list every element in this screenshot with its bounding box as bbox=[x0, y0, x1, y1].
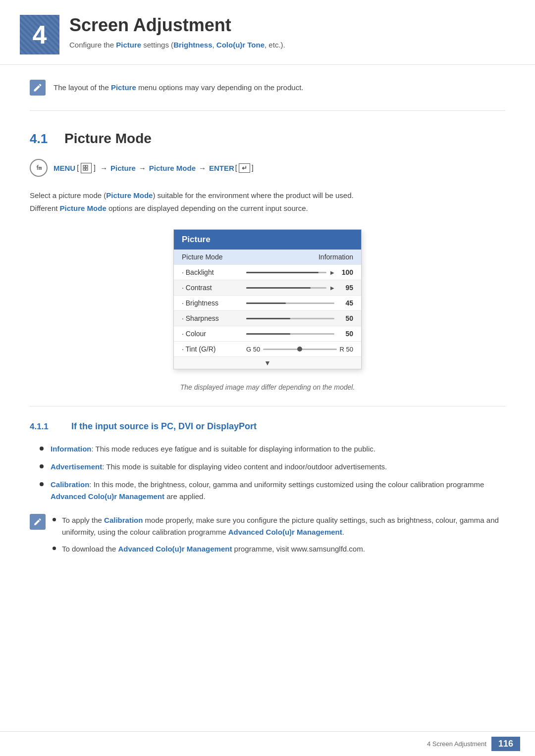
highlight-calibration: Calibration bbox=[51, 480, 89, 489]
picture-mode-highlight-2: Picture Mode bbox=[60, 204, 107, 212]
menu-row-contrast: · Contrast ▶ 95 bbox=[174, 280, 361, 296]
note-bullet-item-1: To apply the Calibration mode properly, … bbox=[53, 512, 505, 541]
svg-rect-2 bbox=[83, 168, 85, 170]
arrow-2: → bbox=[139, 164, 146, 172]
picture-mode-highlight-1: Picture Mode bbox=[106, 191, 153, 200]
backlight-value: 100 bbox=[338, 268, 353, 276]
chapter-title: Screen Adjustment bbox=[69, 15, 285, 36]
svg-rect-0 bbox=[83, 165, 85, 167]
bullet-dot-3 bbox=[40, 482, 44, 486]
divider-2 bbox=[30, 406, 505, 406]
section-4-1-number: 4.1 bbox=[30, 131, 54, 147]
pm-label: ㎙ bbox=[36, 163, 42, 172]
path-enter: ENTER bbox=[209, 164, 234, 172]
subsection-title: If the input source is PC, DVI or Displa… bbox=[71, 421, 257, 432]
note-bullet-item-2: To download the Advanced Colo(u)r Manage… bbox=[53, 541, 505, 557]
backlight-bar: ▶ 100 bbox=[246, 268, 353, 276]
note-bullet-text-1: To apply the Calibration mode properly, … bbox=[62, 514, 505, 538]
menu-row-sharpness: · Sharpness 50 bbox=[174, 311, 361, 326]
menu-header: Picture bbox=[174, 230, 361, 250]
enter-icon: ↵ bbox=[239, 163, 250, 173]
menu-row-brightness: · Brightness 45 bbox=[174, 296, 361, 311]
note-text: The layout of the Picture menu options m… bbox=[54, 80, 303, 94]
contrast-value: 95 bbox=[338, 284, 353, 292]
backlight-arrow: ▶ bbox=[330, 270, 334, 275]
subtitle-colour-tone: Colo(u)r Tone bbox=[216, 41, 265, 49]
note-pencil-icon bbox=[33, 517, 42, 526]
sharpness-value: 50 bbox=[338, 314, 353, 322]
grid-icon bbox=[81, 163, 92, 173]
bullet-dot-2 bbox=[40, 464, 44, 468]
chapter-subtitle: Configure the Picture settings (Brightne… bbox=[69, 40, 285, 51]
subtitle-sep: , bbox=[212, 41, 216, 49]
menu-label-backlight: · Backlight bbox=[182, 268, 246, 276]
colour-bar: 50 bbox=[246, 330, 353, 338]
contrast-arrow: ▶ bbox=[330, 285, 334, 291]
path-picture-mode: Picture Mode bbox=[149, 164, 196, 172]
svg-rect-3 bbox=[86, 168, 88, 170]
note-calibration-highlight: Calibration bbox=[104, 516, 143, 524]
note-bullet-icon bbox=[30, 514, 46, 530]
tint-r-label: R 50 bbox=[340, 346, 353, 353]
colour-value: 50 bbox=[338, 330, 353, 338]
svg-rect-1 bbox=[86, 165, 88, 167]
sharpness-slider bbox=[246, 318, 334, 319]
page-footer: 4 Screen Adjustment 116 bbox=[0, 731, 535, 756]
note-box: The layout of the Picture menu options m… bbox=[0, 70, 535, 105]
note-advanced-highlight: Advanced Colo(u)r Management bbox=[228, 528, 342, 536]
menu-label-brightness: · Brightness bbox=[182, 299, 246, 307]
chapter-number: 4 bbox=[20, 15, 59, 54]
bullet-dot-1 bbox=[40, 447, 44, 451]
menu-pm-icon: ㎙ bbox=[30, 159, 48, 177]
menu-label-picture-mode: Picture Mode bbox=[182, 253, 246, 261]
footer-chapter-text: 4 Screen Adjustment bbox=[427, 740, 486, 748]
menu-row-backlight: · Backlight ▶ 100 bbox=[174, 265, 361, 280]
picture-menu: Picture Picture Mode Information · Backl… bbox=[173, 229, 362, 369]
brightness-bar: 45 bbox=[246, 299, 353, 307]
menu-value-picture-mode: Information bbox=[319, 253, 353, 261]
subtitle-plain: Configure the bbox=[69, 41, 116, 49]
pencil-icon bbox=[33, 83, 43, 93]
menu-path: ㎙ MENU [ ] → Picture → Picture Mode → EN… bbox=[0, 151, 535, 184]
contrast-fill bbox=[246, 287, 311, 289]
brightness-value: 45 bbox=[338, 299, 353, 307]
backlight-slider bbox=[246, 272, 326, 273]
bullet-item-advertisement: Advertisement: This mode is suitable for… bbox=[40, 458, 505, 476]
section-4-1-heading: 4.1 Picture Mode bbox=[0, 116, 535, 151]
sharpness-bar: 50 bbox=[246, 314, 353, 322]
note-icon bbox=[30, 80, 46, 96]
path-picture: Picture bbox=[110, 164, 136, 172]
menu-row-tint: · Tint (G/R) G 50 R 50 bbox=[174, 342, 361, 357]
menu-label-colour: · Colour bbox=[182, 330, 246, 338]
highlight-advanced: Advanced Colo(u)r Management bbox=[51, 492, 164, 501]
grid-svg bbox=[83, 165, 90, 171]
footer-page-number: 116 bbox=[491, 737, 520, 751]
subsection-number: 4.1.1 bbox=[30, 422, 64, 432]
subtitle-picture: Picture bbox=[116, 41, 141, 49]
note-bullet-text-2: To download the Advanced Colo(u)r Manage… bbox=[62, 543, 365, 555]
note-bullet-dot-1 bbox=[53, 518, 56, 521]
tint-slider bbox=[263, 349, 336, 350]
bullet-list: Information: This mode reduces eye fatig… bbox=[0, 438, 535, 508]
note-bullet-list: To apply the Calibration mode properly, … bbox=[53, 512, 505, 557]
bullet-item-information: Information: This mode reduces eye fatig… bbox=[40, 440, 505, 458]
divider-1 bbox=[30, 110, 505, 111]
section-4-1-1-heading: 4.1.1 If the input source is PC, DVI or … bbox=[0, 411, 535, 438]
menu-label-contrast: · Contrast bbox=[182, 284, 246, 292]
tint-marker bbox=[297, 347, 302, 352]
note-bullet-dot-2 bbox=[53, 547, 56, 550]
brightness-slider bbox=[246, 302, 334, 304]
note-picture-highlight: Picture bbox=[111, 83, 136, 92]
highlight-information: Information bbox=[51, 445, 92, 453]
highlight-advertisement: Advertisement bbox=[51, 462, 102, 471]
subtitle-middle: settings ( bbox=[141, 41, 173, 49]
brightness-fill bbox=[246, 302, 286, 304]
contrast-bar: ▶ 95 bbox=[246, 284, 353, 292]
menu-row-colour: · Colour 50 bbox=[174, 326, 361, 342]
sharpness-fill bbox=[246, 318, 290, 319]
path-menu: MENU bbox=[54, 164, 75, 172]
body-text-1: Select a picture mode (Picture Mode) sui… bbox=[0, 184, 535, 219]
subtitle-end: , etc.). bbox=[265, 41, 285, 49]
contrast-slider bbox=[246, 287, 326, 289]
bullet-item-calibration: Calibration: In this mode, the brightnes… bbox=[40, 476, 505, 505]
